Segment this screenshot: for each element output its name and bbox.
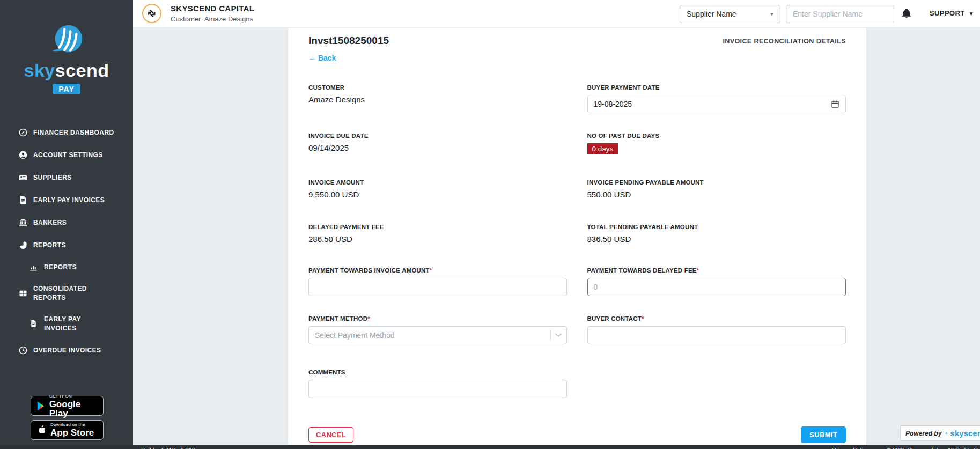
company-title: SKYSCEND CAPITAL <box>171 4 254 13</box>
bar-chart-icon <box>29 263 38 271</box>
copyright-text: © 2025 Skyscend, Inc. All Rights Reserve… <box>887 447 980 449</box>
supplier-card-icon <box>18 173 27 182</box>
badge-tagline: GET IT ON <box>49 394 98 399</box>
sidebar-item-overdue-invoices[interactable]: OVERDUE INVOICES <box>0 339 133 362</box>
user-circle-icon <box>18 151 27 159</box>
payment-towards-fee-input[interactable] <box>587 278 846 296</box>
chevron-down-icon: ▾ <box>770 10 773 18</box>
comments-label: COMMENTS <box>308 369 567 376</box>
powered-by-box: Powered by skyscend <box>900 425 980 441</box>
notifications-bell-icon[interactable] <box>901 8 912 20</box>
total-pending-value: 836.50 USD <box>587 234 846 244</box>
brand-logo: skyscend PAY <box>0 24 133 94</box>
buyer-payment-date-value: 19-08-2025 <box>594 100 831 108</box>
payment-towards-invoice-input[interactable] <box>308 278 567 296</box>
invoice-due-date-label: INVOICE DUE DATE <box>308 133 567 139</box>
sidebar-item-label: EARLY PAY INVOICES <box>44 315 81 333</box>
sidebar-item-consolidated-reports[interactable]: CONSOLIDATED REPORTS <box>0 278 133 308</box>
invoice-amount-value: 9,550.00 USD <box>308 190 567 199</box>
sidebar-item-reports-sub[interactable]: REPORTS <box>0 256 133 278</box>
past-due-days-badge: 0 days <box>587 143 618 154</box>
sidebar-item-financer-dashboard[interactable]: FINANCER DASHBOARD <box>0 121 133 144</box>
swap-supplier-button[interactable]: ⇅ <box>142 4 161 23</box>
supplier-type-select[interactable]: Supplier Name ▾ <box>680 5 780 23</box>
file-invoice-icon <box>18 196 27 204</box>
privacy-policy-link[interactable]: Privacy Policy <box>832 447 868 449</box>
brand-sky: sky <box>24 60 55 80</box>
payment-method-placeholder: Select Payment Method <box>315 331 550 340</box>
badge-store-name: App Store <box>50 428 94 437</box>
buyer-payment-date-input[interactable]: 19-08-2025 <box>587 95 846 113</box>
badge-store-name: Google Play <box>49 400 98 418</box>
sidebar-item-label: REPORTS <box>33 241 66 250</box>
pay-badge: PAY <box>53 84 80 94</box>
payment-towards-invoice-label: PAYMENT TOWARDS INVOICE AMOUNT* <box>308 267 567 274</box>
apple-icon <box>36 424 46 436</box>
delayed-fee-label: DELAYED PAYMENT FEE <box>308 224 567 230</box>
bottom-status-bar: Build: v4.010 - 1.212 Privacy Policy © 2… <box>0 445 980 449</box>
supplier-type-select-value: Supplier Name <box>687 10 770 18</box>
customer-value: Amaze Designs <box>308 95 567 104</box>
sidebar-item-early-pay-invoices-sub[interactable]: EARLY PAY INVOICES <box>0 308 133 339</box>
sidebar-item-label: BANKERS <box>33 218 67 227</box>
sidebar-item-label: REPORTS <box>44 263 77 272</box>
support-label: SUPPORT <box>930 9 965 17</box>
invoice-pending-label: INVOICE PENDING PAYABLE AMOUNT <box>587 179 846 186</box>
sidebar-item-suppliers[interactable]: SUPPLIERS <box>0 166 133 189</box>
buyer-payment-date-label: BUYER PAYMENT DATE <box>587 84 846 91</box>
buyer-contact-label: BUYER CONTACT* <box>587 315 846 322</box>
sidebar-item-reports[interactable]: REPORTS <box>0 234 133 256</box>
buyer-contact-input[interactable] <box>587 326 846 344</box>
section-title: INVOICE RECONCILIATION DETAILS <box>723 38 846 45</box>
google-play-badge[interactable]: GET IT ONGoogle Play <box>31 396 104 416</box>
submit-button[interactable]: SUBMIT <box>801 426 846 443</box>
pie-chart-icon <box>18 241 27 249</box>
invoice-reconciliation-page: skyscend PAY FINANCER DASHBOARD ACCOUNT … <box>0 0 980 449</box>
brand-wordmark: skyscend <box>0 60 133 81</box>
sidebar-nav: FINANCER DASHBOARD ACCOUNT SETTINGS SUPP… <box>0 121 133 362</box>
cancel-button[interactable]: CANCEL <box>308 427 353 443</box>
badge-tagline: Download on the <box>50 423 94 427</box>
required-asterisk: * <box>430 267 432 274</box>
invoice-reconciliation-card: Invst1508250015 INVOICE RECONCILIATION D… <box>288 28 866 445</box>
sidebar-item-bankers[interactable]: BANKERS <box>0 211 133 234</box>
powered-by-brand: skyscend <box>950 429 980 438</box>
powered-by-text: Powered by <box>905 430 941 437</box>
invoice-pending-value: 550.00 USD <box>587 190 846 199</box>
sidebar-item-label: SUPPLIERS <box>33 173 72 182</box>
file-icon <box>29 320 38 328</box>
invoice-amount-label: INVOICE AMOUNT <box>308 179 567 186</box>
sidebar-item-early-pay-invoices[interactable]: EARLY PAY INVOICES <box>0 189 133 211</box>
past-due-days-label: NO OF PAST DUE DAYS <box>587 133 846 139</box>
clock-icon <box>18 346 27 355</box>
calendar-icon[interactable] <box>831 100 839 108</box>
chevron-down-icon: ▾ <box>970 10 973 17</box>
table-icon <box>18 289 27 298</box>
customer-label: CUSTOMER <box>308 84 567 91</box>
app-store-badge[interactable]: Download on theApp Store <box>31 420 104 440</box>
payment-method-select[interactable]: Select Payment Method <box>308 326 567 344</box>
invoice-due-date-value: 09/14/2025 <box>308 143 567 152</box>
sidebar-item-account-settings[interactable]: ACCOUNT SETTINGS <box>0 144 133 166</box>
required-asterisk: * <box>697 267 699 274</box>
swap-arrows-icon: ⇅ <box>145 7 159 20</box>
payment-method-label: PAYMENT METHOD* <box>308 315 567 322</box>
back-link[interactable]: ← Back <box>308 54 336 62</box>
skyscend-swoosh-icon <box>945 428 947 438</box>
sidebar-item-label: ACCOUNT SETTINGS <box>33 151 103 160</box>
support-menu[interactable]: SUPPORT▾ <box>930 9 973 17</box>
sidebar: skyscend PAY FINANCER DASHBOARD ACCOUNT … <box>0 0 133 449</box>
sidebar-item-label: FINANCER DASHBOARD <box>33 128 114 137</box>
required-asterisk: * <box>642 315 644 322</box>
sidebar-item-label: CONSOLIDATED REPORTS <box>33 284 87 303</box>
comments-input[interactable] <box>308 380 567 398</box>
sidebar-item-label: OVERDUE INVOICES <box>33 346 101 355</box>
build-version: Build: v4.010 - 1.212 <box>141 447 195 449</box>
delayed-fee-value: 286.50 USD <box>308 234 567 244</box>
payment-towards-fee-label: PAYMENT TOWARDS DELAYED FEE* <box>587 267 846 274</box>
compass-icon <box>18 128 27 137</box>
required-asterisk: * <box>367 315 370 322</box>
chevron-down-icon <box>555 331 561 337</box>
supplier-search-input[interactable] <box>786 5 894 23</box>
store-badges: GET IT ONGoogle Play Download on theApp … <box>31 396 104 440</box>
